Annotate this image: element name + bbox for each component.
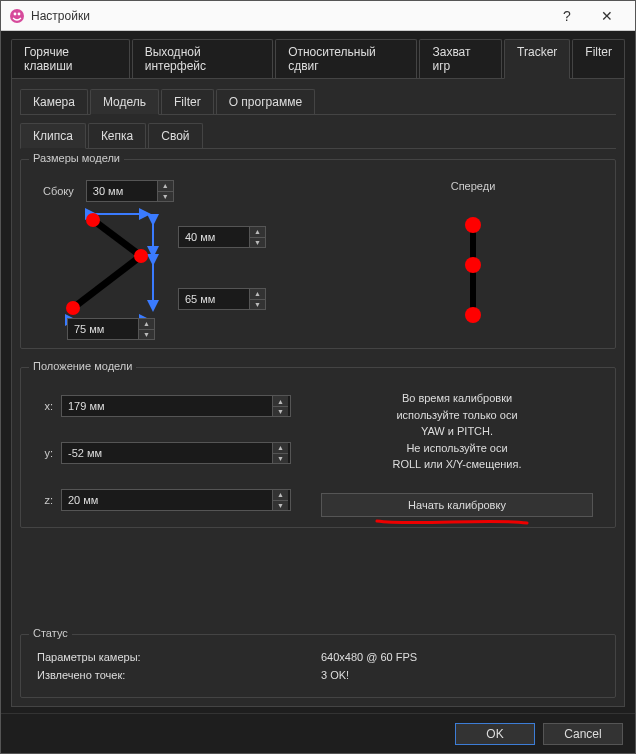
svg-point-13	[465, 217, 481, 233]
tab-custom[interactable]: Свой	[148, 123, 202, 148]
z-spin[interactable]: ▲▼	[61, 489, 291, 511]
tab-camera[interactable]: Камера	[20, 89, 88, 114]
close-button[interactable]: ✕	[587, 1, 627, 31]
settings-window: Настройки ? ✕ Горячие клавиши Выходной и…	[0, 0, 636, 754]
svg-point-0	[10, 9, 24, 23]
d2-spin[interactable]: ▲▼	[178, 288, 266, 310]
d2-input[interactable]	[179, 289, 249, 309]
tab-inner-filter[interactable]: Filter	[161, 89, 214, 114]
spinner-arrows-icon[interactable]: ▲▼	[272, 490, 288, 510]
tab-tracker[interactable]: Tracker	[504, 39, 570, 79]
spinner-arrows-icon[interactable]: ▲▼	[272, 443, 288, 463]
points-label: Извлечено точек:	[37, 669, 315, 681]
spinner-arrows-icon[interactable]: ▲▼	[138, 319, 154, 339]
titlebar: Настройки ? ✕	[1, 1, 635, 31]
tracker-panel: Камера Модель Filter О программе Клипса …	[11, 79, 625, 707]
tab-offset[interactable]: Относительный сдвиг	[275, 39, 417, 78]
y-label: y:	[33, 447, 53, 459]
svg-point-11	[66, 301, 80, 315]
y-input[interactable]	[62, 443, 272, 463]
annotation-underline-icon	[372, 516, 532, 530]
side-bottom-input[interactable]	[68, 319, 138, 339]
svg-point-1	[14, 12, 17, 15]
content-area: Горячие клавиши Выходной интерфейс Относ…	[1, 31, 635, 713]
z-label: z:	[33, 494, 53, 506]
model-size-title: Размеры модели	[29, 152, 124, 164]
app-icon	[9, 8, 25, 24]
spinner-arrows-icon[interactable]: ▲▼	[157, 181, 173, 201]
x-input[interactable]	[62, 396, 272, 416]
ok-button[interactable]: OK	[455, 723, 535, 745]
front-label: Спереди	[343, 180, 603, 192]
y-spin[interactable]: ▲▼	[61, 442, 291, 464]
svg-point-2	[18, 12, 21, 15]
help-button[interactable]: ?	[547, 1, 587, 31]
tab-game-detect[interactable]: Захват игр	[419, 39, 502, 78]
status-group: Статус Параметры камеры: 640x480 @ 60 FP…	[20, 634, 616, 698]
svg-line-3	[93, 220, 141, 256]
tab-output[interactable]: Выходной интерфейс	[132, 39, 273, 78]
side-label: Сбоку	[43, 185, 74, 197]
model-size-group: Размеры модели Сбоку ▲▼	[20, 159, 616, 349]
window-title: Настройки	[31, 9, 90, 23]
tab-about[interactable]: О программе	[216, 89, 315, 114]
side-bottom-spin[interactable]: ▲▼	[67, 318, 155, 340]
d1-spin[interactable]: ▲▼	[178, 226, 266, 248]
model-pos-group: Положение модели x: ▲▼ y: ▲▼ z:	[20, 367, 616, 528]
tab-hotkeys[interactable]: Горячие клавиши	[11, 39, 130, 78]
tab-filter[interactable]: Filter	[572, 39, 625, 78]
cam-params-label: Параметры камеры:	[37, 651, 315, 663]
calib-note: Во время калибровки используйте только о…	[321, 390, 593, 473]
cancel-button[interactable]: Cancel	[543, 723, 623, 745]
svg-point-9	[86, 213, 100, 227]
d1-input[interactable]	[179, 227, 249, 247]
front-diagram	[453, 210, 493, 330]
z-input[interactable]	[62, 490, 272, 510]
svg-point-15	[465, 307, 481, 323]
spinner-arrows-icon[interactable]: ▲▼	[249, 227, 265, 247]
tab-model[interactable]: Модель	[90, 89, 159, 115]
tab-cap[interactable]: Кепка	[88, 123, 146, 148]
side-top-spin[interactable]: ▲▼	[86, 180, 174, 202]
dialog-footer: OK Cancel	[1, 713, 635, 753]
top-tabbar: Горячие клавиши Выходной интерфейс Относ…	[11, 39, 625, 79]
x-spin[interactable]: ▲▼	[61, 395, 291, 417]
sub-tabbar: Клипса Кепка Свой	[20, 123, 616, 149]
cam-params-value: 640x480 @ 60 FPS	[321, 651, 599, 663]
svg-point-14	[465, 257, 481, 273]
svg-point-10	[134, 249, 148, 263]
status-title: Статус	[29, 627, 72, 639]
svg-line-4	[73, 256, 141, 308]
spinner-arrows-icon[interactable]: ▲▼	[249, 289, 265, 309]
model-pos-title: Положение модели	[29, 360, 136, 372]
tab-clip[interactable]: Клипса	[20, 123, 86, 149]
points-value: 3 OK!	[321, 669, 599, 681]
x-label: x:	[33, 400, 53, 412]
side-top-input[interactable]	[87, 181, 157, 201]
inner-tabbar: Камера Модель Filter О программе	[20, 89, 616, 115]
start-calibration-button[interactable]: Начать калибровку	[321, 493, 593, 517]
spinner-arrows-icon[interactable]: ▲▼	[272, 396, 288, 416]
